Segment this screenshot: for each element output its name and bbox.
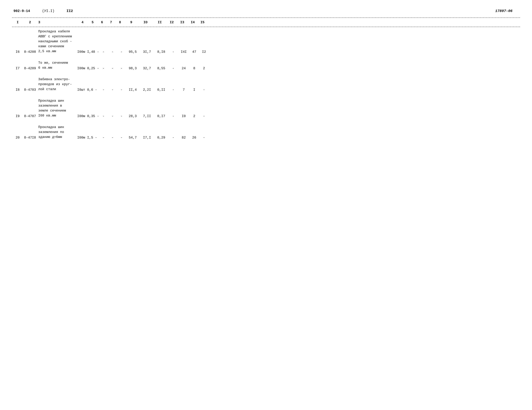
row-col8: - [117, 136, 126, 140]
row-col7: - [108, 66, 117, 70]
row-col13: I4I [179, 50, 189, 54]
table-row: I78-4209То же, сечением 6 кв.ммI00м 0,25… [12, 60, 520, 71]
row-col10: 2,2I [140, 88, 154, 92]
col-header-5: 5 [88, 20, 97, 24]
top-divider [12, 18, 520, 18]
col-header-13: I3 [177, 20, 188, 24]
row-catalog: 8-4707 [22, 114, 38, 118]
row-col8: - [117, 114, 126, 118]
header-left: 902-9-14 (УI.I) II2 [13, 9, 73, 13]
row-col11: 0,I7 [154, 114, 168, 118]
col-header-2: 2 [22, 20, 38, 24]
row-catalog: 8-4208 [22, 50, 38, 54]
row-col15: 2 [200, 66, 209, 70]
row-col7: - [108, 136, 117, 140]
row-col6: - [99, 50, 108, 54]
row-col14: 47 [189, 50, 200, 54]
row-col12: - [168, 88, 179, 92]
col-header-6: 6 [97, 20, 106, 24]
row-col15: - [200, 114, 209, 118]
header-code: (УI.I) [42, 9, 55, 13]
row-col14: 8 [189, 66, 200, 70]
row-unit-val: I0шт 0,6 - [77, 88, 99, 92]
col-header-9: 9 [124, 20, 138, 24]
row-col6: - [99, 66, 108, 70]
row-col9: II,4 [126, 88, 140, 92]
row-description: Прокладка шин заземления по зданию д=6мм [38, 125, 77, 140]
row-catalog: 8-4703 [22, 88, 38, 92]
table-row: I68-4208Прокладка кабеля АВВГ с креплени… [12, 28, 520, 55]
row-catalog: 8-47I8 [22, 136, 38, 140]
row-col13: 7 [179, 88, 189, 92]
row-id: I9 [13, 114, 22, 118]
header-section: II2 [66, 9, 73, 13]
table-row: 208-47I8Прокладка шин заземления по здан… [12, 124, 520, 140]
row-col11: 0,II [154, 88, 168, 92]
row-col6: - [99, 88, 108, 92]
row-description: Забивка электро- проводов из круг- лой с… [38, 77, 77, 92]
row-id: I6 [13, 50, 22, 54]
row-col14: 26 [189, 136, 200, 140]
col-header-15: I5 [198, 20, 207, 24]
col-header-14: I4 [188, 20, 198, 24]
row-description: Прокладка шин заземления в земле сечение… [38, 98, 77, 118]
table-row: I88-4703Забивка электро- проводов из кру… [12, 76, 520, 92]
col-header-8: 8 [115, 20, 124, 24]
page-header: 902-9-14 (УI.I) II2 17897-06 [12, 9, 520, 13]
row-col10: I7,I [140, 136, 154, 140]
row-catalog: 8-4209 [22, 66, 38, 70]
row-col13: I0 [179, 114, 189, 118]
row-col11: 8,55 [154, 66, 168, 70]
row-col12: - [168, 66, 179, 70]
col-header-10: IO [138, 20, 153, 24]
row-col15: I2 [200, 50, 209, 54]
row-col6: - [99, 136, 108, 140]
row-unit-val: I00м 0,25 - [77, 66, 99, 70]
row-col12: - [168, 114, 179, 118]
table-row: I98-4707Прокладка шин заземления в земле… [12, 98, 520, 119]
mid-divider [12, 27, 520, 27]
col-header-4: 4 [77, 20, 88, 24]
row-col11: 8,I8 [154, 50, 168, 54]
row-id: I8 [13, 88, 22, 92]
row-id: 20 [13, 136, 22, 140]
row-col12: - [168, 50, 179, 54]
col-header-1: I [13, 20, 22, 24]
data-rows: I68-4208Прокладка кабеля АВВГ с креплени… [12, 28, 520, 140]
row-col15: - [200, 88, 209, 92]
row-description: Прокладка кабеля АВВГ с креплением накла… [38, 29, 77, 54]
row-col10: 32,7 [140, 66, 154, 70]
row-col15: - [200, 136, 209, 140]
row-col13: 24 [179, 66, 189, 70]
row-description: То же, сечением 6 кв.мм [38, 60, 77, 70]
row-unit-val: I00м I,5 - [77, 136, 99, 140]
col-header-11: II [153, 20, 166, 24]
row-col7: - [108, 50, 117, 54]
doc-number: 902-9-14 [13, 9, 30, 13]
col-header-3: 3 [38, 20, 77, 24]
row-col8: - [117, 88, 126, 92]
row-col9: 98,3 [126, 66, 140, 70]
col-header-12: I2 [166, 20, 177, 24]
row-col8: - [117, 66, 126, 70]
row-id: I7 [13, 66, 22, 70]
ref-number: 17897-06 [495, 9, 513, 13]
row-unit-val: I00м I,48 - [77, 50, 99, 54]
column-headers: I 2 3 4 5 6 7 8 9 IO II I2 I3 I4 I5 [12, 19, 520, 26]
row-col13: 82 [179, 136, 189, 140]
row-col7: - [108, 88, 117, 92]
row-col11: 0,29 [154, 136, 168, 140]
row-unit-val: I00м 0,35 - [77, 114, 99, 118]
row-col9: 28,3 [126, 114, 140, 118]
row-col7: - [108, 114, 117, 118]
row-col8: - [117, 50, 126, 54]
row-col14: 2 [189, 114, 200, 118]
row-col10: 3I,7 [140, 50, 154, 54]
row-col9: 54,7 [126, 136, 140, 140]
col-header-7: 7 [106, 20, 115, 24]
row-col6: - [99, 114, 108, 118]
row-col12: - [168, 136, 179, 140]
row-col14: I [189, 88, 200, 92]
row-col10: 7,II [140, 114, 154, 118]
row-col9: 95,5 [126, 50, 140, 54]
